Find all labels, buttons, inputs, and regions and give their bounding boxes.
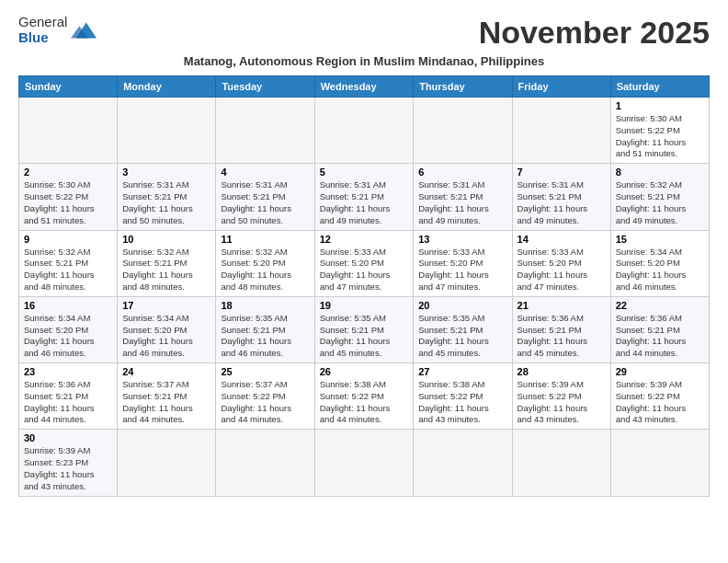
day-number: 16 bbox=[24, 300, 112, 311]
day-info: Sunrise: 5:32 AM Sunset: 5:21 PM Dayligh… bbox=[24, 247, 112, 293]
calendar-cell: 11Sunrise: 5:32 AM Sunset: 5:20 PM Dayli… bbox=[216, 230, 314, 296]
day-number: 14 bbox=[518, 234, 606, 245]
day-number: 27 bbox=[418, 366, 506, 377]
calendar-cell bbox=[19, 98, 118, 164]
day-number: 13 bbox=[418, 234, 506, 245]
day-info: Sunrise: 5:31 AM Sunset: 5:21 PM Dayligh… bbox=[518, 179, 606, 226]
calendar-cell bbox=[610, 430, 709, 496]
calendar-cell: 18Sunrise: 5:35 AM Sunset: 5:21 PM Dayli… bbox=[216, 296, 314, 362]
logo-icon bbox=[71, 17, 97, 43]
calendar-cell bbox=[414, 430, 512, 496]
calendar-week-4: 23Sunrise: 5:36 AM Sunset: 5:21 PM Dayli… bbox=[19, 363, 710, 430]
calendar-cell: 21Sunrise: 5:36 AM Sunset: 5:21 PM Dayli… bbox=[512, 296, 610, 362]
header: General Blue November 2025 bbox=[18, 15, 710, 51]
day-info: Sunrise: 5:36 AM Sunset: 5:21 PM Dayligh… bbox=[616, 313, 704, 360]
header-wednesday: Wednesday bbox=[314, 76, 414, 98]
calendar-cell: 16Sunrise: 5:34 AM Sunset: 5:20 PM Dayli… bbox=[19, 296, 118, 362]
day-number: 22 bbox=[616, 300, 704, 311]
day-info: Sunrise: 5:32 AM Sunset: 5:21 PM Dayligh… bbox=[616, 179, 704, 226]
calendar-cell bbox=[414, 98, 512, 164]
day-info: Sunrise: 5:35 AM Sunset: 5:21 PM Dayligh… bbox=[221, 313, 309, 360]
calendar-week-1: 2Sunrise: 5:30 AM Sunset: 5:22 PM Daylig… bbox=[19, 164, 710, 230]
header-sunday: Sunday bbox=[19, 76, 118, 98]
calendar-cell: 13Sunrise: 5:33 AM Sunset: 5:20 PM Dayli… bbox=[414, 230, 512, 296]
day-number: 15 bbox=[616, 234, 704, 245]
calendar-cell: 7Sunrise: 5:31 AM Sunset: 5:21 PM Daylig… bbox=[512, 164, 610, 230]
calendar-cell: 9Sunrise: 5:32 AM Sunset: 5:21 PM Daylig… bbox=[19, 230, 118, 296]
day-number: 1 bbox=[616, 100, 704, 111]
day-number: 8 bbox=[616, 167, 704, 178]
day-number: 3 bbox=[122, 167, 210, 178]
header-monday: Monday bbox=[118, 76, 216, 98]
day-info: Sunrise: 5:36 AM Sunset: 5:21 PM Dayligh… bbox=[518, 313, 606, 360]
logo: General Blue bbox=[18, 15, 97, 45]
day-info: Sunrise: 5:33 AM Sunset: 5:20 PM Dayligh… bbox=[518, 247, 606, 293]
day-number: 24 bbox=[122, 366, 210, 377]
calendar-cell: 10Sunrise: 5:32 AM Sunset: 5:21 PM Dayli… bbox=[118, 230, 216, 296]
logo-text: General Blue bbox=[18, 15, 67, 45]
day-info: Sunrise: 5:35 AM Sunset: 5:21 PM Dayligh… bbox=[320, 313, 409, 360]
day-info: Sunrise: 5:31 AM Sunset: 5:21 PM Dayligh… bbox=[320, 179, 409, 226]
day-info: Sunrise: 5:38 AM Sunset: 5:22 PM Dayligh… bbox=[320, 379, 409, 426]
day-info: Sunrise: 5:38 AM Sunset: 5:22 PM Dayligh… bbox=[418, 379, 506, 426]
calendar-cell: 12Sunrise: 5:33 AM Sunset: 5:20 PM Dayli… bbox=[314, 230, 414, 296]
day-number: 6 bbox=[418, 167, 506, 178]
day-number: 9 bbox=[24, 234, 112, 245]
calendar-week-2: 9Sunrise: 5:32 AM Sunset: 5:21 PM Daylig… bbox=[19, 230, 710, 296]
calendar-cell: 1Sunrise: 5:30 AM Sunset: 5:22 PM Daylig… bbox=[610, 98, 709, 164]
calendar-cell bbox=[512, 98, 610, 164]
calendar-cell bbox=[216, 98, 314, 164]
day-info: Sunrise: 5:35 AM Sunset: 5:21 PM Dayligh… bbox=[418, 313, 506, 360]
calendar-cell bbox=[118, 98, 216, 164]
calendar-cell: 2Sunrise: 5:30 AM Sunset: 5:22 PM Daylig… bbox=[19, 164, 118, 230]
day-info: Sunrise: 5:39 AM Sunset: 5:23 PM Dayligh… bbox=[24, 445, 112, 492]
day-number: 12 bbox=[320, 234, 409, 245]
day-number: 17 bbox=[122, 300, 210, 311]
calendar-cell: 17Sunrise: 5:34 AM Sunset: 5:20 PM Dayli… bbox=[118, 296, 216, 362]
logo-blue: Blue bbox=[18, 30, 67, 46]
day-number: 4 bbox=[221, 167, 309, 178]
subtitle: Matanog, Autonomous Region in Muslim Min… bbox=[18, 54, 710, 68]
day-number: 29 bbox=[616, 366, 704, 377]
calendar-cell: 20Sunrise: 5:35 AM Sunset: 5:21 PM Dayli… bbox=[414, 296, 512, 362]
day-info: Sunrise: 5:37 AM Sunset: 5:22 PM Dayligh… bbox=[221, 379, 309, 426]
day-number: 11 bbox=[221, 234, 309, 245]
day-info: Sunrise: 5:37 AM Sunset: 5:21 PM Dayligh… bbox=[122, 379, 210, 426]
header-saturday: Saturday bbox=[610, 76, 709, 98]
day-number: 19 bbox=[320, 300, 409, 311]
calendar-cell bbox=[216, 430, 314, 496]
day-number: 2 bbox=[24, 167, 112, 178]
header-tuesday: Tuesday bbox=[216, 76, 314, 98]
calendar-cell bbox=[314, 98, 414, 164]
day-info: Sunrise: 5:34 AM Sunset: 5:20 PM Dayligh… bbox=[122, 313, 210, 360]
calendar-cell: 8Sunrise: 5:32 AM Sunset: 5:21 PM Daylig… bbox=[610, 164, 709, 230]
calendar-week-0: 1Sunrise: 5:30 AM Sunset: 5:22 PM Daylig… bbox=[19, 98, 710, 164]
day-info: Sunrise: 5:32 AM Sunset: 5:21 PM Dayligh… bbox=[122, 247, 210, 293]
day-info: Sunrise: 5:33 AM Sunset: 5:20 PM Dayligh… bbox=[418, 247, 506, 293]
day-number: 28 bbox=[518, 366, 606, 377]
calendar: SundayMondayTuesdayWednesdayThursdayFrid… bbox=[18, 75, 710, 497]
calendar-cell: 15Sunrise: 5:34 AM Sunset: 5:20 PM Dayli… bbox=[610, 230, 709, 296]
calendar-cell: 24Sunrise: 5:37 AM Sunset: 5:21 PM Dayli… bbox=[118, 363, 216, 430]
day-info: Sunrise: 5:36 AM Sunset: 5:21 PM Dayligh… bbox=[24, 379, 112, 426]
day-info: Sunrise: 5:34 AM Sunset: 5:20 PM Dayligh… bbox=[24, 313, 112, 360]
day-info: Sunrise: 5:33 AM Sunset: 5:20 PM Dayligh… bbox=[320, 247, 409, 293]
calendar-cell: 5Sunrise: 5:31 AM Sunset: 5:21 PM Daylig… bbox=[314, 164, 414, 230]
calendar-cell bbox=[512, 430, 610, 496]
header-friday: Friday bbox=[512, 76, 610, 98]
calendar-cell: 19Sunrise: 5:35 AM Sunset: 5:21 PM Dayli… bbox=[314, 296, 414, 362]
day-info: Sunrise: 5:32 AM Sunset: 5:20 PM Dayligh… bbox=[221, 247, 309, 293]
calendar-week-5: 30Sunrise: 5:39 AM Sunset: 5:23 PM Dayli… bbox=[19, 430, 710, 496]
calendar-cell: 6Sunrise: 5:31 AM Sunset: 5:21 PM Daylig… bbox=[414, 164, 512, 230]
month-title: November 2025 bbox=[479, 15, 710, 51]
calendar-header-row: SundayMondayTuesdayWednesdayThursdayFrid… bbox=[19, 76, 710, 98]
day-info: Sunrise: 5:31 AM Sunset: 5:21 PM Dayligh… bbox=[418, 179, 506, 226]
day-info: Sunrise: 5:30 AM Sunset: 5:22 PM Dayligh… bbox=[616, 113, 704, 160]
day-number: 5 bbox=[320, 167, 409, 178]
calendar-cell: 3Sunrise: 5:31 AM Sunset: 5:21 PM Daylig… bbox=[118, 164, 216, 230]
day-info: Sunrise: 5:34 AM Sunset: 5:20 PM Dayligh… bbox=[616, 247, 704, 293]
logo-general: General bbox=[18, 15, 67, 30]
day-number: 30 bbox=[24, 432, 112, 443]
day-info: Sunrise: 5:39 AM Sunset: 5:22 PM Dayligh… bbox=[616, 379, 704, 426]
day-info: Sunrise: 5:31 AM Sunset: 5:21 PM Dayligh… bbox=[122, 179, 210, 226]
